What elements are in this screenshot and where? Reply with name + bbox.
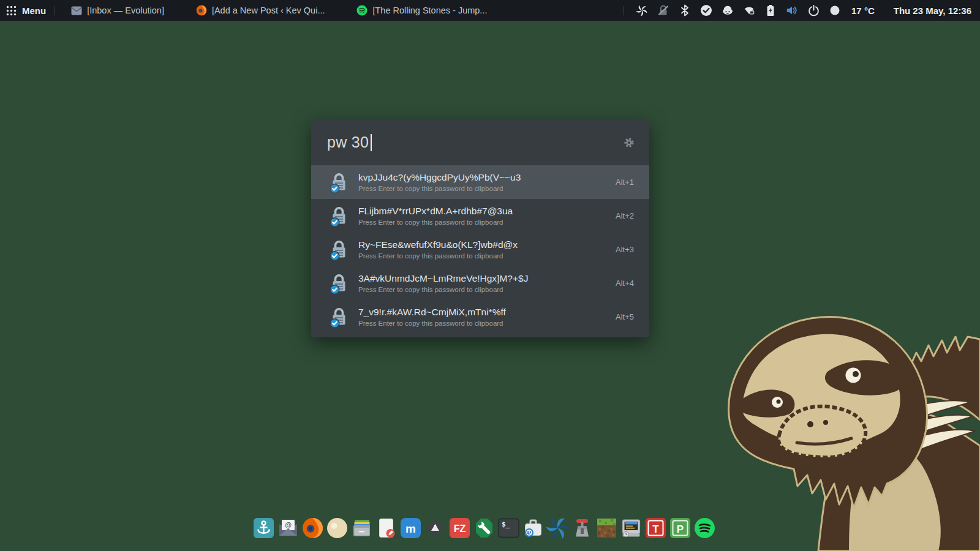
taskbar-window-spotify[interactable]: [The Rolling Stones - Jump... [356, 5, 487, 16]
dock-firefox[interactable] [301, 517, 324, 539]
svg-text:m: m [405, 522, 416, 535]
svg-text:@: @ [285, 521, 292, 528]
shortcut-label: Alt+5 [616, 312, 634, 321]
panel-clock[interactable]: Thu 23 May, 12:36 [894, 6, 971, 16]
ulauncher-window: pw 30 kvpJJu4c?(y%HggcdPyUy%Pb(V~~u3 Pre… [311, 119, 649, 337]
password-result-row[interactable]: 3A#vkUnmdJcM~LmRmeVe!Hgx]M?+$J Press Ent… [311, 266, 649, 300]
weather-clear-icon[interactable] [829, 4, 841, 17]
bluetooth-icon[interactable] [679, 4, 691, 17]
window-title: [Add a New Post ‹ Kev Qui... [212, 6, 325, 15]
svg-text:T: T [652, 523, 659, 535]
password-lock-icon [328, 305, 350, 328]
svg-text:P: P [677, 523, 684, 535]
text-cursor [371, 134, 372, 151]
lock-disabled-icon[interactable] [657, 4, 669, 17]
anchor-icon [252, 517, 275, 539]
power-icon[interactable] [807, 4, 820, 17]
taskbar-window-evolution[interactable]: [Inbox — Evolution] [71, 6, 164, 15]
password-lock-icon [328, 238, 350, 261]
dock-retro-computer[interactable] [620, 517, 643, 539]
password-result-row[interactable]: kvpJJu4c?(y%HggcdPyUy%Pb(V~~u3 Press Ent… [311, 165, 649, 199]
t-app-icon: T [644, 517, 667, 539]
dock-backup-briefcase[interactable] [522, 517, 545, 539]
top-panel: Menu [Inbox — Evolution] [Add a New Post… [0, 0, 980, 21]
shortcut-label: Alt+3 [616, 245, 634, 254]
pinwheel-icon [546, 517, 569, 539]
password-result-row[interactable]: Ry~FEse&wefufXf9u&o(KL?]wb#d@x Press Ent… [311, 233, 649, 266]
clamp-icon [571, 517, 594, 539]
weather-temperature[interactable]: 17 °C [851, 6, 875, 16]
archive-box-icon [350, 517, 373, 539]
dock-minecraft[interactable] [595, 517, 618, 539]
desktop: { "colors":{ "desktop_green":"#2e4c36", … [0, 0, 980, 551]
retro-computer-icon [620, 517, 643, 539]
window-title: [The Rolling Stones - Jump... [372, 6, 487, 15]
dock: @ [252, 517, 716, 539]
evolution-mail-icon [71, 6, 82, 15]
dock-p-app[interactable]: P [669, 517, 692, 539]
password-value: kvpJJu4c?(y%HggcdPyUy%Pb(V~~u3 [358, 172, 521, 183]
firefox-icon [196, 5, 207, 16]
password-lock-icon [328, 171, 350, 193]
dock-inkscape[interactable] [424, 517, 447, 539]
shortcut-label: Alt+4 [616, 279, 634, 288]
password-result-row[interactable]: FLijbm#V*rrUPx*dM.A+rdhb#7@3ua Press Ent… [311, 199, 649, 233]
dock-clamp-archiver[interactable] [571, 517, 594, 539]
password-result-row[interactable]: 7_v9!r.#kAW.Rd~CmjMiX,mTni*%ff Press Ent… [311, 300, 649, 334]
search-query-text: pw 30 [327, 133, 369, 151]
launcher-results: kvpJJu4c?(y%HggcdPyUy%Pb(V~~u3 Press Ent… [311, 165, 649, 334]
password-value: 7_v9!r.#kAW.Rd~CmjMiX,mTni*%ff [358, 307, 506, 318]
dock-spotify[interactable] [693, 517, 716, 539]
filezilla-icon: FZ [448, 517, 471, 539]
battery-charging-icon[interactable] [764, 4, 777, 17]
panel-separator [55, 6, 55, 15]
password-lock-icon [328, 272, 350, 294]
result-texts: FLijbm#V*rrUPx*dM.A+rdhb#7@3ua Press Ent… [358, 206, 513, 226]
password-value: FLijbm#V*rrUPx*dM.A+rdhb#7@3ua [358, 206, 513, 217]
dock-mastodon[interactable]: m [399, 517, 422, 539]
mastodon-icon: m [399, 517, 422, 539]
dock-document-editor[interactable] [375, 517, 398, 539]
taskbar-window-firefox[interactable]: [Add a New Post ‹ Kev Qui... [196, 5, 325, 16]
result-texts: 3A#vkUnmdJcM~LmRmeVe!Hgx]M?+$J Press Ent… [358, 273, 528, 293]
dock-pinwheel-app[interactable] [546, 517, 569, 539]
password-value: Ry~FEse&wefufXf9u&o(KL?]wb#d@x [358, 239, 518, 250]
terminal-icon: $_ [497, 517, 520, 539]
spotify-icon [356, 5, 368, 16]
dock-t-app[interactable]: T [644, 517, 667, 539]
document-icon [375, 517, 398, 539]
dock-evolution-mail[interactable]: @ [277, 517, 300, 539]
dock-filezilla[interactable]: FZ [448, 517, 471, 539]
updates-check-icon[interactable] [700, 4, 712, 17]
spotify-icon [693, 517, 716, 539]
result-hint: Press Enter to copy this password to cli… [358, 252, 518, 260]
app-grid-icon [6, 6, 17, 16]
applications-menu-button[interactable]: Menu [0, 0, 55, 21]
dock-tweaks[interactable] [473, 517, 496, 539]
password-value: 3A#vkUnmdJcM~LmRmeVe!Hgx]M?+$J [358, 273, 528, 284]
minecraft-grass-block-icon [595, 517, 618, 539]
dock-anchor-app[interactable] [252, 517, 275, 539]
dock-lollypop[interactable] [326, 517, 349, 539]
dock-terminal[interactable]: $_ [497, 517, 520, 539]
shutter-pinwheel-icon[interactable] [636, 4, 648, 17]
shortcut-label: Alt+1 [616, 178, 634, 187]
evolution-mail-icon: @ [277, 517, 300, 539]
launcher-settings-button[interactable] [624, 137, 635, 148]
p-app-icon: P [669, 517, 692, 539]
dock-archive-box[interactable] [350, 517, 373, 539]
lollypop-icon [326, 517, 349, 539]
vpn-mole-icon[interactable] [722, 4, 734, 17]
volume-icon[interactable] [786, 4, 798, 17]
launcher-search-bar[interactable]: pw 30 [311, 119, 649, 165]
svg-text:FZ: FZ [454, 523, 466, 534]
result-hint: Press Enter to copy this password to cli… [358, 185, 521, 192]
result-hint: Press Enter to copy this password to cli… [358, 219, 513, 226]
password-lock-icon [328, 204, 350, 227]
svg-text:$_: $_ [502, 520, 510, 528]
result-texts: 7_v9!r.#kAW.Rd~CmjMiX,mTni*%ff Press Ent… [358, 307, 506, 327]
gear-icon [624, 137, 635, 148]
result-texts: kvpJJu4c?(y%HggcdPyUy%Pb(V~~u3 Press Ent… [358, 172, 521, 192]
result-hint: Press Enter to copy this password to cli… [358, 320, 506, 327]
wifi-secured-icon[interactable] [743, 4, 755, 17]
